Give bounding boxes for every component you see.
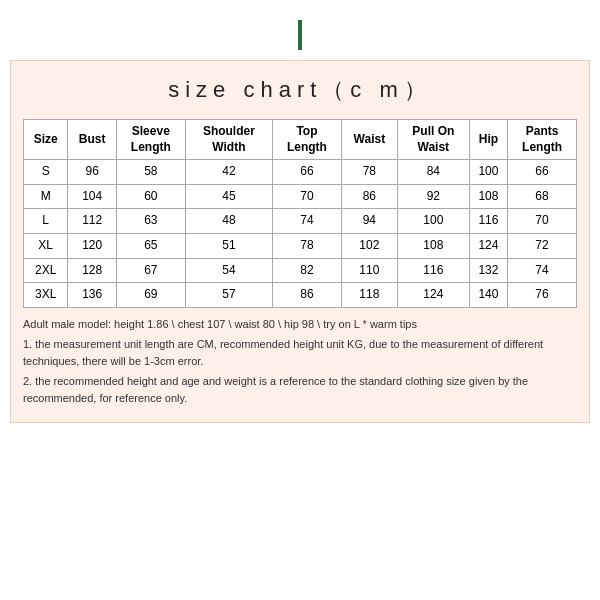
col-header-0: Size	[24, 120, 68, 160]
cell-r1-c7: 108	[469, 184, 507, 209]
col-header-6: Pull OnWaist	[397, 120, 469, 160]
cell-r4-c5: 110	[341, 258, 397, 283]
top-accent	[298, 20, 302, 50]
cell-r1-c4: 70	[273, 184, 342, 209]
model-note: Adult male model: height 1.86 \ chest 10…	[23, 316, 577, 333]
cell-r1-c6: 92	[397, 184, 469, 209]
cell-r5-c5: 118	[341, 283, 397, 308]
cell-r0-c8: 66	[508, 160, 577, 185]
cell-r3-c3: 51	[185, 233, 272, 258]
size-chart-container: size chart（c m） SizeBustSleeveLengthShou…	[10, 60, 590, 423]
cell-r5-c1: 136	[68, 283, 116, 308]
cell-r1-c5: 86	[341, 184, 397, 209]
cell-r2-c7: 116	[469, 209, 507, 234]
cell-r4-c1: 128	[68, 258, 116, 283]
cell-r1-c2: 60	[116, 184, 185, 209]
table-row: 3XL13669578611812414076	[24, 283, 577, 308]
cell-r2-c2: 63	[116, 209, 185, 234]
col-header-5: Waist	[341, 120, 397, 160]
cell-r3-c1: 120	[68, 233, 116, 258]
cell-r2-c1: 112	[68, 209, 116, 234]
col-header-4: TopLength	[273, 120, 342, 160]
cell-r5-c3: 57	[185, 283, 272, 308]
cell-r0-c5: 78	[341, 160, 397, 185]
cell-r0-c6: 84	[397, 160, 469, 185]
cell-r0-c1: 96	[68, 160, 116, 185]
col-header-3: ShoulderWidth	[185, 120, 272, 160]
tip2: 2. the recommended height and age and we…	[23, 373, 577, 406]
cell-r1-c1: 104	[68, 184, 116, 209]
cell-r5-c8: 76	[508, 283, 577, 308]
cell-r4-c6: 116	[397, 258, 469, 283]
tip1: 1. the measurement unit length are CM, r…	[23, 336, 577, 369]
notes-section: Adult male model: height 1.86 \ chest 10…	[23, 316, 577, 407]
cell-r4-c8: 74	[508, 258, 577, 283]
table-row: XL12065517810210812472	[24, 233, 577, 258]
cell-r2-c4: 74	[273, 209, 342, 234]
cell-r5-c4: 86	[273, 283, 342, 308]
cell-r5-c7: 140	[469, 283, 507, 308]
cell-r3-c5: 102	[341, 233, 397, 258]
cell-r0-c3: 42	[185, 160, 272, 185]
table-row: M104604570869210868	[24, 184, 577, 209]
cell-r3-c7: 124	[469, 233, 507, 258]
chart-title: size chart（c m）	[23, 71, 577, 109]
cell-r4-c7: 132	[469, 258, 507, 283]
cell-r2-c6: 100	[397, 209, 469, 234]
cell-r5-c6: 124	[397, 283, 469, 308]
table-header-row: SizeBustSleeveLengthShoulderWidthTopLeng…	[24, 120, 577, 160]
table-row: S96584266788410066	[24, 160, 577, 185]
cell-r2-c5: 94	[341, 209, 397, 234]
cell-r0-c4: 66	[273, 160, 342, 185]
col-header-2: SleeveLength	[116, 120, 185, 160]
cell-r5-c2: 69	[116, 283, 185, 308]
cell-r2-c8: 70	[508, 209, 577, 234]
col-header-8: PantsLength	[508, 120, 577, 160]
cell-r0-c0: S	[24, 160, 68, 185]
cell-r0-c2: 58	[116, 160, 185, 185]
cell-r5-c0: 3XL	[24, 283, 68, 308]
cell-r3-c4: 78	[273, 233, 342, 258]
cell-r4-c0: 2XL	[24, 258, 68, 283]
cell-r0-c7: 100	[469, 160, 507, 185]
cell-r1-c0: M	[24, 184, 68, 209]
col-header-7: Hip	[469, 120, 507, 160]
cell-r3-c0: XL	[24, 233, 68, 258]
cell-r2-c3: 48	[185, 209, 272, 234]
cell-r4-c4: 82	[273, 258, 342, 283]
cell-r3-c8: 72	[508, 233, 577, 258]
cell-r3-c6: 108	[397, 233, 469, 258]
col-header-1: Bust	[68, 120, 116, 160]
cell-r2-c0: L	[24, 209, 68, 234]
size-table: SizeBustSleeveLengthShoulderWidthTopLeng…	[23, 119, 577, 308]
cell-r3-c2: 65	[116, 233, 185, 258]
cell-r1-c8: 68	[508, 184, 577, 209]
cell-r4-c2: 67	[116, 258, 185, 283]
cell-r4-c3: 54	[185, 258, 272, 283]
cell-r1-c3: 45	[185, 184, 272, 209]
table-row: 2XL12867548211011613274	[24, 258, 577, 283]
table-row: L1126348749410011670	[24, 209, 577, 234]
